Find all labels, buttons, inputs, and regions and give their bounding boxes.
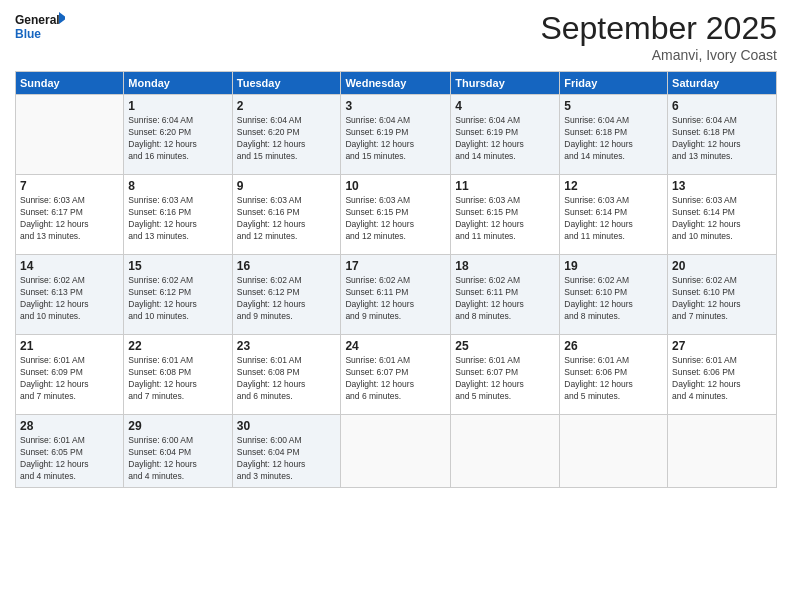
day-number: 11 [455, 179, 555, 193]
table-row: 24Sunrise: 6:01 AMSunset: 6:07 PMDayligh… [341, 335, 451, 415]
table-row: 6Sunrise: 6:04 AMSunset: 6:18 PMDaylight… [668, 95, 777, 175]
location: Amanvi, Ivory Coast [540, 47, 777, 63]
day-info: Sunrise: 6:04 AMSunset: 6:19 PMDaylight:… [455, 115, 555, 163]
day-info: Sunrise: 6:03 AMSunset: 6:15 PMDaylight:… [455, 195, 555, 243]
day-number: 14 [20, 259, 119, 273]
table-row [451, 415, 560, 488]
day-number: 26 [564, 339, 663, 353]
day-number: 7 [20, 179, 119, 193]
month-title: September 2025 [540, 10, 777, 47]
table-row: 19Sunrise: 6:02 AMSunset: 6:10 PMDayligh… [560, 255, 668, 335]
table-row: 13Sunrise: 6:03 AMSunset: 6:14 PMDayligh… [668, 175, 777, 255]
day-info: Sunrise: 6:04 AMSunset: 6:18 PMDaylight:… [564, 115, 663, 163]
day-info: Sunrise: 6:02 AMSunset: 6:12 PMDaylight:… [128, 275, 227, 323]
day-info: Sunrise: 6:04 AMSunset: 6:19 PMDaylight:… [345, 115, 446, 163]
table-row: 25Sunrise: 6:01 AMSunset: 6:07 PMDayligh… [451, 335, 560, 415]
day-info: Sunrise: 6:03 AMSunset: 6:14 PMDaylight:… [564, 195, 663, 243]
title-block: September 2025 Amanvi, Ivory Coast [540, 10, 777, 63]
table-row: 10Sunrise: 6:03 AMSunset: 6:15 PMDayligh… [341, 175, 451, 255]
table-row [16, 95, 124, 175]
day-number: 2 [237, 99, 337, 113]
day-number: 21 [20, 339, 119, 353]
day-info: Sunrise: 6:02 AMSunset: 6:10 PMDaylight:… [564, 275, 663, 323]
svg-text:General: General [15, 13, 60, 27]
day-number: 24 [345, 339, 446, 353]
table-row: 22Sunrise: 6:01 AMSunset: 6:08 PMDayligh… [124, 335, 232, 415]
day-info: Sunrise: 6:02 AMSunset: 6:13 PMDaylight:… [20, 275, 119, 323]
header-thursday: Thursday [451, 72, 560, 95]
header-sunday: Sunday [16, 72, 124, 95]
table-row: 16Sunrise: 6:02 AMSunset: 6:12 PMDayligh… [232, 255, 341, 335]
day-number: 9 [237, 179, 337, 193]
table-row: 28Sunrise: 6:01 AMSunset: 6:05 PMDayligh… [16, 415, 124, 488]
calendar-week-row: 28Sunrise: 6:01 AMSunset: 6:05 PMDayligh… [16, 415, 777, 488]
table-row: 18Sunrise: 6:02 AMSunset: 6:11 PMDayligh… [451, 255, 560, 335]
table-row: 29Sunrise: 6:00 AMSunset: 6:04 PMDayligh… [124, 415, 232, 488]
calendar-week-row: 21Sunrise: 6:01 AMSunset: 6:09 PMDayligh… [16, 335, 777, 415]
day-number: 27 [672, 339, 772, 353]
day-info: Sunrise: 6:00 AMSunset: 6:04 PMDaylight:… [237, 435, 337, 483]
day-number: 5 [564, 99, 663, 113]
day-number: 4 [455, 99, 555, 113]
table-row: 1Sunrise: 6:04 AMSunset: 6:20 PMDaylight… [124, 95, 232, 175]
page-header: General Blue September 2025 Amanvi, Ivor… [15, 10, 777, 63]
calendar-table: Sunday Monday Tuesday Wednesday Thursday… [15, 71, 777, 488]
day-number: 10 [345, 179, 446, 193]
table-row: 15Sunrise: 6:02 AMSunset: 6:12 PMDayligh… [124, 255, 232, 335]
table-row: 14Sunrise: 6:02 AMSunset: 6:13 PMDayligh… [16, 255, 124, 335]
day-number: 28 [20, 419, 119, 433]
day-info: Sunrise: 6:01 AMSunset: 6:09 PMDaylight:… [20, 355, 119, 403]
day-number: 22 [128, 339, 227, 353]
day-number: 15 [128, 259, 227, 273]
table-row: 7Sunrise: 6:03 AMSunset: 6:17 PMDaylight… [16, 175, 124, 255]
table-row: 30Sunrise: 6:00 AMSunset: 6:04 PMDayligh… [232, 415, 341, 488]
day-info: Sunrise: 6:03 AMSunset: 6:15 PMDaylight:… [345, 195, 446, 243]
table-row: 4Sunrise: 6:04 AMSunset: 6:19 PMDaylight… [451, 95, 560, 175]
day-info: Sunrise: 6:01 AMSunset: 6:06 PMDaylight:… [564, 355, 663, 403]
logo: General Blue [15, 10, 65, 45]
calendar-week-row: 14Sunrise: 6:02 AMSunset: 6:13 PMDayligh… [16, 255, 777, 335]
svg-text:Blue: Blue [15, 27, 41, 41]
day-number: 20 [672, 259, 772, 273]
logo-svg: General Blue [15, 10, 65, 45]
day-info: Sunrise: 6:04 AMSunset: 6:20 PMDaylight:… [237, 115, 337, 163]
day-number: 8 [128, 179, 227, 193]
table-row: 21Sunrise: 6:01 AMSunset: 6:09 PMDayligh… [16, 335, 124, 415]
day-info: Sunrise: 6:03 AMSunset: 6:14 PMDaylight:… [672, 195, 772, 243]
day-number: 18 [455, 259, 555, 273]
day-info: Sunrise: 6:03 AMSunset: 6:16 PMDaylight:… [128, 195, 227, 243]
table-row: 17Sunrise: 6:02 AMSunset: 6:11 PMDayligh… [341, 255, 451, 335]
table-row: 23Sunrise: 6:01 AMSunset: 6:08 PMDayligh… [232, 335, 341, 415]
day-number: 6 [672, 99, 772, 113]
day-info: Sunrise: 6:04 AMSunset: 6:20 PMDaylight:… [128, 115, 227, 163]
header-friday: Friday [560, 72, 668, 95]
day-number: 12 [564, 179, 663, 193]
svg-marker-2 [59, 12, 65, 24]
day-number: 19 [564, 259, 663, 273]
calendar-week-row: 7Sunrise: 6:03 AMSunset: 6:17 PMDaylight… [16, 175, 777, 255]
day-info: Sunrise: 6:03 AMSunset: 6:17 PMDaylight:… [20, 195, 119, 243]
day-info: Sunrise: 6:01 AMSunset: 6:05 PMDaylight:… [20, 435, 119, 483]
day-number: 3 [345, 99, 446, 113]
day-info: Sunrise: 6:02 AMSunset: 6:11 PMDaylight:… [455, 275, 555, 323]
day-info: Sunrise: 6:01 AMSunset: 6:08 PMDaylight:… [237, 355, 337, 403]
day-info: Sunrise: 6:01 AMSunset: 6:07 PMDaylight:… [345, 355, 446, 403]
day-number: 13 [672, 179, 772, 193]
header-saturday: Saturday [668, 72, 777, 95]
header-tuesday: Tuesday [232, 72, 341, 95]
day-info: Sunrise: 6:00 AMSunset: 6:04 PMDaylight:… [128, 435, 227, 483]
table-row: 11Sunrise: 6:03 AMSunset: 6:15 PMDayligh… [451, 175, 560, 255]
table-row: 9Sunrise: 6:03 AMSunset: 6:16 PMDaylight… [232, 175, 341, 255]
day-number: 23 [237, 339, 337, 353]
day-number: 25 [455, 339, 555, 353]
table-row: 27Sunrise: 6:01 AMSunset: 6:06 PMDayligh… [668, 335, 777, 415]
table-row: 2Sunrise: 6:04 AMSunset: 6:20 PMDaylight… [232, 95, 341, 175]
day-number: 30 [237, 419, 337, 433]
day-number: 17 [345, 259, 446, 273]
table-row [341, 415, 451, 488]
day-info: Sunrise: 6:01 AMSunset: 6:07 PMDaylight:… [455, 355, 555, 403]
day-info: Sunrise: 6:02 AMSunset: 6:11 PMDaylight:… [345, 275, 446, 323]
table-row: 5Sunrise: 6:04 AMSunset: 6:18 PMDaylight… [560, 95, 668, 175]
table-row: 26Sunrise: 6:01 AMSunset: 6:06 PMDayligh… [560, 335, 668, 415]
day-number: 1 [128, 99, 227, 113]
